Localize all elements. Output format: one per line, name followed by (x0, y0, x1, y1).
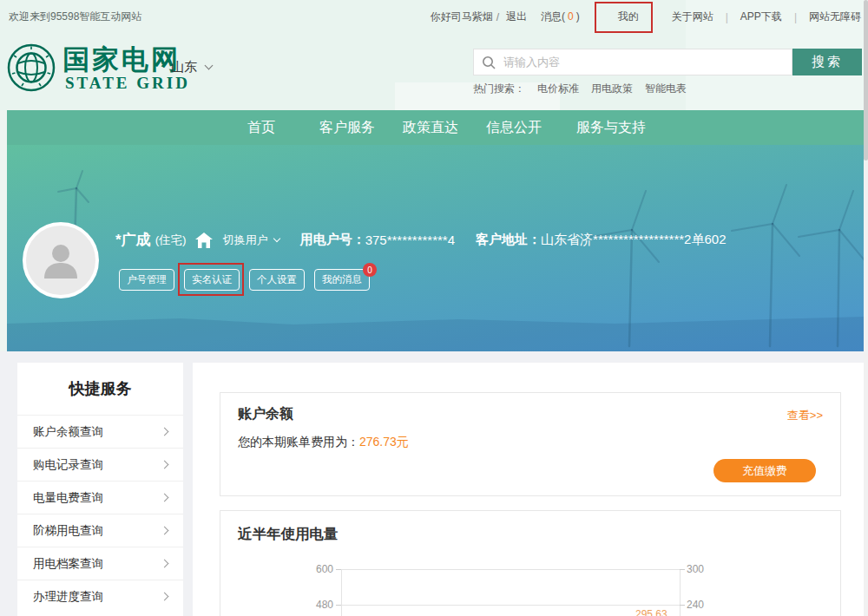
account-balance-card: 账户余额 查看>> 您的本期账单费用为：276.73元 充值缴费 (220, 392, 841, 496)
home-icon (194, 232, 214, 249)
sidebar-item-usage-fee-query[interactable]: 电量电费查询 (17, 481, 183, 514)
chevron-down-icon (205, 62, 214, 70)
nav-item-info-disclosure[interactable]: 信息公开 (486, 110, 542, 145)
user-avatar[interactable] (23, 222, 99, 298)
account-number-label: 用电户号： (300, 232, 365, 248)
axis-tick-mark (680, 569, 685, 570)
main-nav: 首页 客户服务 政策直达 信息公开 服务与支持 (7, 110, 865, 145)
state-grid-portal: 欢迎来到95598智能互动网站 你好司马紫烟 / 退出 消息(0) 我的 关于网… (0, 0, 868, 616)
chart-gridline (341, 569, 680, 570)
search-input[interactable] (496, 56, 792, 69)
account-manage-button[interactable]: 户号管理 (119, 269, 174, 291)
sidebar-item-progress-query[interactable]: 办理进度查询 (17, 580, 183, 613)
chart-left-axis (341, 569, 342, 616)
chart-data-label: 295.63 (635, 608, 667, 616)
address-label: 客户地址： (476, 232, 541, 248)
brand-name-cn: 国家电网 (62, 42, 181, 78)
user-banner: *广成 (住宅) 切换用户 用电户号： 375************4 客户地… (7, 145, 865, 351)
site-header: 欢迎来到95598智能互动网站 你好司马紫烟 / 退出 消息(0) 我的 关于网… (0, 0, 868, 110)
chevron-right-icon (161, 527, 169, 535)
quick-services-sidebar: 快捷服务 账户余额查询 购电记录查询 电量电费查询 阶梯用电查询 用电档案查询 … (17, 363, 183, 616)
nav-item-policy[interactable]: 政策直达 (403, 110, 458, 145)
right-axis-tick: 240 (687, 599, 704, 611)
balance-card-title: 账户余额 (238, 405, 293, 423)
accessibility-link[interactable]: 网站无障碍 (809, 10, 861, 24)
person-icon (37, 237, 84, 284)
sidebar-item-balance-query[interactable]: 账户余额查询 (17, 415, 183, 448)
nav-item-home[interactable]: 首页 (247, 110, 275, 145)
topbar-divider: | (794, 11, 797, 23)
left-axis-tick: 600 (304, 563, 333, 575)
logout-link[interactable]: 退出 (506, 10, 527, 24)
account-action-buttons: 户号管理 实名认证 个人设置 我的消息 0 (119, 269, 379, 291)
my-account-link-highlighted[interactable]: 我的 (618, 10, 639, 24)
hot-search-row: 热门搜索： 电价标准 用电政策 智能电表 (473, 82, 687, 96)
chevron-down-icon (273, 235, 279, 242)
hot-keyword[interactable]: 电价标准 (537, 82, 579, 96)
user-info-row: *广成 (住宅) 切换用户 用电户号： 375************4 客户地… (115, 230, 727, 250)
message-count-badge: 0 (363, 263, 377, 277)
user-type: (住宅) (155, 233, 187, 248)
axis-tick-mark (336, 569, 341, 570)
state-grid-emblem-icon (7, 43, 56, 92)
axis-tick-mark (336, 605, 341, 606)
region-selector[interactable]: 山东 (171, 59, 212, 75)
hot-search-label: 热门搜索： (473, 82, 525, 96)
sidebar-item-archive-query[interactable]: 用电档案查询 (17, 547, 183, 580)
greeting-separator: / (496, 11, 499, 23)
sidebar-item-purchase-records[interactable]: 购电记录查询 (17, 448, 183, 481)
recharge-pay-button[interactable]: 充值缴费 (713, 459, 816, 482)
bill-amount-value: 276.73元 (359, 435, 409, 449)
chart-gridline (341, 605, 680, 606)
about-site-link[interactable]: 关于网站 (672, 10, 713, 24)
chevron-right-icon (161, 560, 169, 568)
brand-name-en: STATE GRID (65, 74, 190, 93)
hot-keyword[interactable]: 用电政策 (591, 82, 633, 96)
topbar-divider: | (726, 11, 728, 23)
search-button[interactable]: 搜索 (792, 49, 862, 75)
chart-right-axis (680, 569, 681, 616)
sidebar-item-tiered-usage-query[interactable]: 阶梯用电查询 (17, 514, 183, 547)
topbar-links: 你好司马紫烟 / 退出 消息(0) 我的 关于网站 | APP下载 | 网站无障… (431, 10, 861, 24)
chevron-right-icon (161, 494, 169, 502)
right-axis-tick: 300 (687, 563, 704, 575)
usage-chart-card: 近半年使用电量 600 480 300 240 295.63 (220, 510, 841, 616)
search-icon (481, 55, 496, 70)
app-download-link[interactable]: APP下载 (740, 10, 782, 24)
my-messages-button[interactable]: 我的消息 0 (314, 269, 370, 291)
personal-settings-button[interactable]: 个人设置 (249, 269, 305, 291)
address-value: 山东省济******************2单602 (541, 232, 726, 248)
left-axis-tick: 480 (304, 599, 333, 611)
messages-count: 0 (568, 10, 574, 23)
axis-tick-mark (680, 605, 685, 606)
account-number-value: 375************4 (365, 233, 455, 247)
hot-keyword[interactable]: 智能电表 (645, 82, 687, 96)
chevron-right-icon (161, 428, 169, 436)
bill-amount-line: 您的本期账单费用为：276.73元 (238, 435, 409, 450)
switch-user-button[interactable]: 切换用户 (223, 233, 279, 248)
chevron-right-icon (161, 461, 169, 469)
user-name: *广成 (115, 230, 151, 250)
chevron-right-icon (161, 593, 169, 601)
messages-link[interactable]: 消息(0) (541, 10, 580, 24)
view-more-link[interactable]: 查看>> (787, 408, 823, 423)
sidebar-title: 快捷服务 (17, 363, 183, 415)
welcome-text: 欢迎来到95598智能互动网站 (9, 10, 141, 24)
usage-chart-title: 近半年使用电量 (238, 525, 339, 544)
user-greeting-link[interactable]: 你好司马紫烟 (431, 10, 493, 24)
nav-item-customer-service[interactable]: 客户服务 (319, 110, 375, 145)
search-box (473, 49, 792, 75)
scrollbar-thumb[interactable] (864, 0, 868, 161)
real-name-verification-button-highlighted[interactable]: 实名认证 (184, 269, 240, 291)
nav-item-service-support[interactable]: 服务与支持 (576, 110, 646, 145)
